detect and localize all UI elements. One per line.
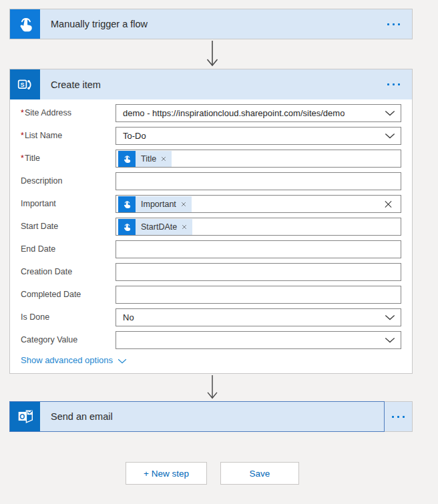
- field-label-text: Site Address: [25, 108, 71, 117]
- field-label-text: List Name: [25, 131, 62, 140]
- field-row-completed-date: Completed Date: [21, 286, 401, 304]
- send-email-card-title: Send an email: [51, 411, 113, 422]
- field-label: Is Done: [21, 312, 116, 322]
- trigger-card-header[interactable]: Manually trigger a flow: [10, 9, 412, 39]
- field-label: *List Name: [21, 131, 116, 141]
- save-button[interactable]: Save: [220, 462, 299, 485]
- dynamic-content-token[interactable]: StartDAte: [118, 219, 192, 235]
- field-label-text: Category Value: [21, 335, 77, 344]
- create-item-card-menu-button[interactable]: [386, 79, 401, 89]
- field-value: No: [123, 312, 134, 322]
- field-value: demo - https://inspirationcloud.sharepoi…: [123, 108, 345, 118]
- field-row-list-name: *List Name To-Do: [21, 127, 401, 145]
- token-text: Important: [141, 200, 176, 209]
- ellipsis-icon: [387, 83, 389, 85]
- field-input[interactable]: [116, 286, 401, 304]
- field-row-is-done: Is Done No: [21, 308, 401, 326]
- ellipsis-icon: [387, 23, 389, 25]
- field-input[interactable]: [116, 331, 401, 349]
- required-asterisk: *: [21, 131, 24, 140]
- field-label-text: Start Date: [21, 222, 58, 231]
- show-advanced-options-link[interactable]: Show advanced options: [21, 354, 127, 366]
- create-item-card-title: Create item: [51, 79, 101, 90]
- field-label: Description: [21, 176, 116, 186]
- chevron-down-icon: [385, 314, 395, 320]
- new-step-button[interactable]: + New step: [126, 462, 207, 485]
- ellipsis-icon: [392, 416, 394, 418]
- field-label-text: Description: [21, 176, 63, 186]
- field-input[interactable]: StartDAte: [116, 218, 401, 236]
- field-label: *Title: [21, 154, 116, 164]
- token-label: Important: [136, 196, 192, 212]
- field-input[interactable]: [116, 172, 401, 190]
- send-email-card-menu-button[interactable]: [391, 412, 406, 422]
- chevron-down-icon: [385, 110, 395, 116]
- field-value: To-Do: [123, 131, 146, 141]
- create-item-form: *Site Address demo - https://inspiration…: [10, 99, 412, 373]
- token-label: StartDAte: [136, 219, 192, 235]
- sharepoint-icon: [10, 69, 40, 99]
- manual-trigger-token-icon: [118, 196, 136, 212]
- required-asterisk: *: [21, 154, 24, 163]
- field-input[interactable]: demo - https://inspirationcloud.sharepoi…: [116, 104, 401, 122]
- field-label: Important: [21, 199, 116, 209]
- field-label: Creation Date: [21, 267, 116, 277]
- form-rows: *Site Address demo - https://inspiration…: [21, 104, 401, 349]
- field-label-text: Important: [21, 199, 56, 208]
- dynamic-content-token[interactable]: Title: [118, 151, 172, 167]
- field-label-text: Is Done: [21, 312, 49, 322]
- trigger-card-title: Manually trigger a flow: [51, 19, 148, 29]
- field-label-text: End Date: [21, 244, 55, 254]
- manual-trigger-token-icon: [118, 219, 136, 235]
- chevron-down-icon: [385, 133, 395, 139]
- chevron-down-icon: [385, 337, 395, 343]
- trigger-card: Manually trigger a flow: [9, 9, 413, 39]
- token-remove-icon[interactable]: [161, 156, 166, 162]
- chevron-down-icon: [118, 358, 127, 364]
- manual-trigger-token-icon: [118, 151, 136, 167]
- field-label: Completed Date: [21, 290, 116, 300]
- field-input[interactable]: Title: [116, 150, 401, 168]
- field-label-text: Title: [25, 154, 40, 163]
- token-label: Title: [136, 151, 172, 167]
- token-remove-icon[interactable]: [182, 224, 187, 230]
- token-text: Title: [141, 154, 156, 164]
- token-text: StartDAte: [141, 222, 177, 232]
- field-label: Start Date: [21, 222, 116, 232]
- send-email-card: Send an email: [9, 401, 413, 432]
- field-label: End Date: [21, 244, 116, 254]
- outlook-icon: [10, 402, 40, 431]
- connector-arrow-down-icon: [204, 41, 220, 67]
- field-input[interactable]: To-Do: [116, 127, 401, 145]
- field-row-description: Description: [21, 172, 401, 190]
- field-row-end-date: End Date: [21, 240, 401, 258]
- trigger-card-menu-button[interactable]: [386, 19, 401, 29]
- field-row-important: Important Important: [21, 195, 401, 213]
- field-input[interactable]: [116, 240, 401, 258]
- field-label: Category Value: [21, 335, 116, 345]
- field-label: *Site Address: [21, 108, 116, 118]
- field-row-title: *Title Title: [21, 150, 401, 168]
- clear-field-icon[interactable]: [384, 200, 393, 208]
- connector-arrow-down-icon: [204, 375, 220, 400]
- field-row-site-address: *Site Address demo - https://inspiration…: [21, 104, 401, 122]
- field-row-category-value: Category Value: [21, 331, 401, 349]
- send-email-card-menu-area: [385, 402, 412, 431]
- field-row-start-date: Start Date StartDAte: [21, 218, 401, 236]
- create-item-card: Create item *Site Address demo - https:/…: [9, 69, 413, 374]
- create-item-card-header[interactable]: Create item: [10, 69, 412, 99]
- field-label-text: Completed Date: [21, 290, 81, 299]
- manual-trigger-hand-icon: [10, 9, 40, 39]
- required-asterisk: *: [21, 108, 24, 117]
- token-remove-icon[interactable]: [181, 202, 186, 207]
- field-row-creation-date: Creation Date: [21, 263, 401, 281]
- field-input[interactable]: Important: [116, 195, 401, 213]
- send-email-card-header[interactable]: Send an email: [9, 401, 385, 432]
- field-input[interactable]: No: [116, 308, 401, 326]
- dynamic-content-token[interactable]: Important: [118, 196, 192, 212]
- field-input[interactable]: [116, 263, 401, 281]
- field-label-text: Creation Date: [21, 267, 72, 276]
- show-advanced-options-label: Show advanced options: [21, 355, 113, 365]
